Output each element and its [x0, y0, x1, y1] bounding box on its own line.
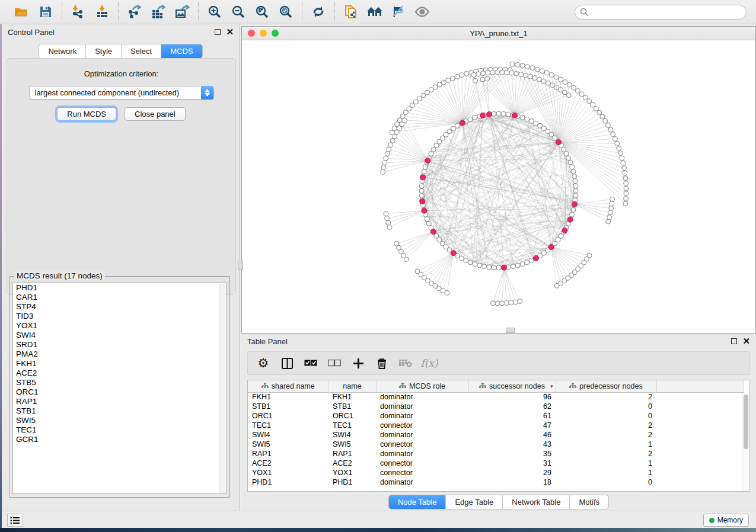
network-leaf-node[interactable] [579, 92, 584, 97]
zoom-fit-icon[interactable] [252, 2, 272, 21]
table-row[interactable]: TEC1TEC1connector472 [248, 421, 744, 430]
network-node[interactable] [573, 179, 578, 184]
network-node[interactable] [570, 165, 575, 169]
network-leaf-node[interactable] [394, 241, 399, 246]
mcds-hub-node[interactable] [534, 255, 539, 261]
delete-icon[interactable] [375, 356, 389, 370]
export-network-icon[interactable] [125, 2, 145, 21]
network-leaf-node[interactable] [572, 85, 576, 90]
mcds-hub-node[interactable] [420, 199, 425, 204]
network-node[interactable] [492, 265, 496, 270]
network-leaf-node[interactable] [605, 123, 610, 127]
network-leaf-node[interactable] [446, 78, 451, 83]
table-cell[interactable]: SWI5 [248, 440, 328, 449]
float-panel-icon[interactable] [215, 29, 221, 35]
mcds-hub-node[interactable] [512, 113, 518, 118]
mcds-result-item[interactable]: SRD1 [13, 340, 226, 350]
network-leaf-node[interactable] [505, 70, 509, 75]
table-row[interactable]: FKH1FKH1dominator962 [248, 392, 744, 402]
network-leaf-node[interactable] [437, 82, 442, 87]
network-leaf-node[interactable] [476, 72, 481, 76]
network-node[interactable] [529, 258, 534, 263]
table-cell[interactable]: ACE2 [328, 459, 376, 468]
mcds-result-item[interactable]: FKH1 [13, 359, 226, 368]
zoom-selected-icon[interactable] [276, 2, 296, 21]
network-leaf-node[interactable] [563, 80, 567, 85]
network-leaf-node[interactable] [609, 206, 614, 211]
table-cell[interactable] [656, 477, 744, 487]
network-leaf-node[interactable] [385, 152, 390, 156]
network-node[interactable] [487, 265, 492, 270]
table-cell[interactable]: 96 [468, 392, 556, 402]
mcds-hub-node[interactable] [420, 175, 425, 180]
network-leaf-node[interactable] [510, 62, 515, 66]
table-cell[interactable]: PHD1 [248, 477, 328, 487]
table-cell[interactable]: 43 [468, 440, 556, 449]
network-leaf-node[interactable] [385, 216, 390, 220]
tab-style[interactable]: Style [85, 44, 121, 58]
table-cell[interactable] [656, 468, 744, 477]
export-image-icon[interactable] [172, 2, 192, 21]
network-leaf-node[interactable] [554, 75, 559, 79]
network-leaf-node[interactable] [537, 77, 542, 82]
network-node[interactable] [419, 184, 424, 188]
network-node[interactable] [571, 207, 576, 212]
network-leaf-node[interactable] [509, 70, 514, 75]
network-leaf-node[interactable] [624, 186, 629, 191]
add-column-icon[interactable] [351, 356, 365, 370]
network-node[interactable] [473, 262, 477, 267]
column-header-successor-nodes[interactable]: successor nodes▾ [468, 380, 556, 392]
network-node[interactable] [419, 193, 424, 198]
network-node[interactable] [496, 111, 501, 116]
hide-selected-icon[interactable] [388, 2, 409, 21]
network-leaf-node[interactable] [607, 215, 612, 220]
import-network-icon[interactable] [68, 2, 88, 21]
table-cell[interactable]: FKH1 [328, 392, 376, 402]
network-leaf-node[interactable] [541, 79, 546, 84]
close-panel-icon[interactable]: ✕ [742, 338, 750, 344]
network-leaf-node[interactable] [540, 69, 544, 73]
first-neighbors-icon[interactable] [365, 2, 385, 21]
network-leaf-node[interactable] [620, 156, 624, 161]
table-cell[interactable]: 46 [468, 430, 556, 440]
mcds-hub-node[interactable] [556, 140, 562, 145]
mcds-result-item[interactable]: RAP1 [13, 397, 226, 406]
table-cell[interactable]: 18 [468, 477, 556, 487]
network-leaf-node[interactable] [623, 201, 628, 206]
mcds-result-item[interactable]: ORC1 [13, 387, 226, 397]
table-cell[interactable]: dominator [376, 392, 468, 402]
network-leaf-node[interactable] [615, 141, 620, 146]
table-row[interactable]: SWI5SWI5connector431 [248, 440, 744, 449]
network-node[interactable] [482, 264, 487, 269]
sort-chevron-icon[interactable]: ▾ [550, 383, 553, 389]
zoom-out-icon[interactable] [228, 2, 248, 21]
network-leaf-node[interactable] [623, 176, 628, 181]
network-leaf-node[interactable] [381, 169, 385, 174]
network-leaf-node[interactable] [591, 102, 595, 107]
tab-select[interactable]: Select [121, 44, 161, 58]
mcds-hub-node[interactable] [425, 158, 430, 164]
network-leaf-node[interactable] [567, 82, 572, 87]
network-node[interactable] [506, 112, 511, 117]
search-input[interactable] [575, 5, 747, 20]
network-node[interactable] [425, 217, 429, 222]
table-cell[interactable]: RAP1 [328, 449, 376, 459]
tab-network-table[interactable]: Network Table [502, 495, 569, 509]
table-cell[interactable]: SWI5 [328, 440, 376, 449]
network-node[interactable] [573, 193, 578, 198]
table-cell[interactable]: 2 [556, 449, 656, 459]
table-cell[interactable]: FKH1 [248, 392, 328, 402]
vertical-splitter-handle[interactable] [238, 261, 243, 270]
network-leaf-node[interactable] [471, 72, 476, 77]
network-leaf-node[interactable] [623, 171, 627, 175]
mcds-hub-node[interactable] [487, 111, 492, 117]
mcds-result-item[interactable]: STP4 [13, 302, 226, 312]
network-leaf-node[interactable] [500, 301, 505, 306]
network-node[interactable] [423, 165, 428, 169]
run-mcds-button[interactable]: Run MCDS [57, 107, 116, 121]
network-leaf-node[interactable] [594, 106, 598, 111]
network-leaf-node[interactable] [450, 76, 455, 81]
network-leaf-node[interactable] [490, 70, 495, 75]
mcds-result-item[interactable]: PHD1 [13, 283, 226, 293]
network-leaf-node[interactable] [402, 118, 407, 123]
